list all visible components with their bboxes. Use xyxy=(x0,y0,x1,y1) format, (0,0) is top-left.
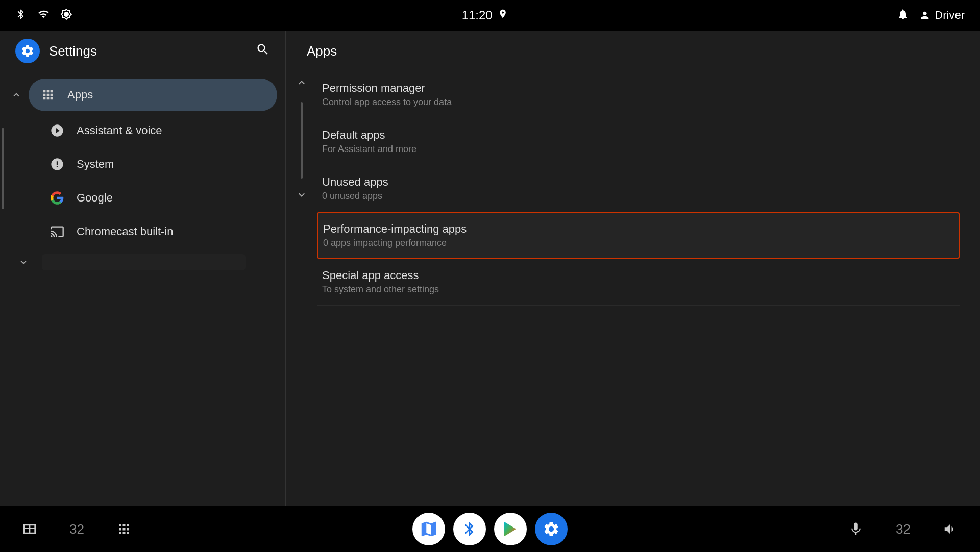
right-scroll-down-chevron[interactable] xyxy=(296,189,308,204)
sidebar-item-system[interactable]: System xyxy=(8,148,277,181)
taskbar-left-num: 32 xyxy=(69,521,84,537)
status-center: 11:20 xyxy=(462,8,508,23)
unused-apps-title: Unused apps xyxy=(322,175,954,189)
settings-item-default-apps[interactable]: Default apps For Assistant and more xyxy=(317,118,960,165)
settings-item-unused-apps[interactable]: Unused apps 0 unused apps xyxy=(317,165,960,212)
taskbar-grid-icon[interactable] xyxy=(115,520,133,538)
taskbar: 32 xyxy=(0,506,980,552)
sidebar-item-chromecast[interactable]: Chromecast built-in xyxy=(8,215,277,248)
status-left-icons xyxy=(15,8,72,23)
settings-item-performance-apps[interactable]: Performance-impacting apps 0 apps impact… xyxy=(317,212,960,259)
sidebar-partial-item xyxy=(42,254,246,270)
settings-item-permission-manager[interactable]: Permission manager Control app access to… xyxy=(317,71,960,118)
status-right: Driver xyxy=(897,8,965,23)
unused-apps-subtitle: 0 unused apps xyxy=(322,191,954,202)
user-label: Driver xyxy=(935,9,965,22)
settings-list: Permission manager Control app access to… xyxy=(317,71,980,496)
location-icon xyxy=(498,8,508,23)
permission-manager-subtitle: Control app access to your data xyxy=(322,97,954,108)
right-header: Apps xyxy=(286,31,980,71)
system-icon xyxy=(48,155,66,173)
settings-icon xyxy=(15,39,40,63)
default-apps-title: Default apps xyxy=(322,129,954,142)
status-bar: 11:20 Driver xyxy=(0,0,980,31)
user-icon: Driver xyxy=(919,9,965,22)
settings-title: Settings xyxy=(49,43,97,59)
sidebar-item-apps[interactable]: Apps xyxy=(29,79,277,111)
sidebar-expand-chevron[interactable] xyxy=(15,254,32,270)
taskbar-maps-button[interactable] xyxy=(412,513,445,545)
search-button[interactable] xyxy=(256,42,270,60)
settings-header: Settings xyxy=(0,31,285,71)
taskbar-right-num: 32 xyxy=(896,521,911,537)
status-time: 11:20 xyxy=(462,8,493,22)
settings-item-special-access[interactable]: Special app access To system and other s… xyxy=(317,259,960,306)
performance-apps-subtitle: 0 apps impacting performance xyxy=(323,238,953,248)
assistant-label: Assistant & voice xyxy=(77,124,162,137)
brightness-icon xyxy=(60,8,72,23)
permission-manager-title: Permission manager xyxy=(322,82,954,95)
taskbar-bluetooth-button[interactable] xyxy=(453,513,486,545)
apps-section: Apps xyxy=(0,77,285,113)
taskbar-settings-button[interactable] xyxy=(535,513,568,545)
right-scrollbar xyxy=(301,102,303,179)
system-label: System xyxy=(77,158,114,171)
sidebar-item-google[interactable]: Google xyxy=(8,182,277,214)
taskbar-left: 32 xyxy=(20,520,133,538)
taskbar-play-button[interactable] xyxy=(494,513,527,545)
wifi-icon xyxy=(37,9,50,22)
taskbar-center xyxy=(412,513,568,545)
apps-icon xyxy=(39,86,57,104)
cast-icon xyxy=(48,222,66,241)
taskbar-volume-icon[interactable] xyxy=(941,520,960,538)
left-panel-inner: Apps Assistant & voice xyxy=(0,71,285,506)
settings-title-area: Settings xyxy=(15,39,97,63)
sidebar-scrollbar xyxy=(2,128,4,209)
taskbar-window-icon[interactable] xyxy=(20,520,39,538)
bottom-chevron-area xyxy=(0,249,285,275)
google-label: Google xyxy=(77,191,113,205)
sidebar-item-assistant[interactable]: Assistant & voice xyxy=(8,114,277,147)
apps-collapse-chevron[interactable] xyxy=(8,87,24,103)
chromecast-label: Chromecast built-in xyxy=(77,225,174,238)
right-content: Permission manager Control app access to… xyxy=(286,71,980,506)
sidebar-nav: Apps Assistant & voice xyxy=(0,71,285,506)
right-panel-title: Apps xyxy=(307,43,337,59)
taskbar-mic-icon[interactable] xyxy=(847,520,865,538)
performance-apps-title: Performance-impacting apps xyxy=(323,222,953,236)
assistant-icon xyxy=(48,121,66,140)
left-panel: Settings xyxy=(0,31,286,506)
special-access-subtitle: To system and other settings xyxy=(322,284,954,295)
bell-icon xyxy=(897,8,909,23)
right-scroll-up-chevron[interactable] xyxy=(296,77,308,92)
special-access-title: Special app access xyxy=(322,269,954,282)
main-area: Settings xyxy=(0,31,980,506)
taskbar-right: 32 xyxy=(847,520,960,538)
scroll-indicator-area xyxy=(286,71,317,496)
right-panel: Apps Perm xyxy=(286,31,980,506)
google-icon xyxy=(48,189,66,207)
bluetooth-icon xyxy=(15,8,27,23)
default-apps-subtitle: For Assistant and more xyxy=(322,144,954,155)
apps-label: Apps xyxy=(67,88,93,102)
